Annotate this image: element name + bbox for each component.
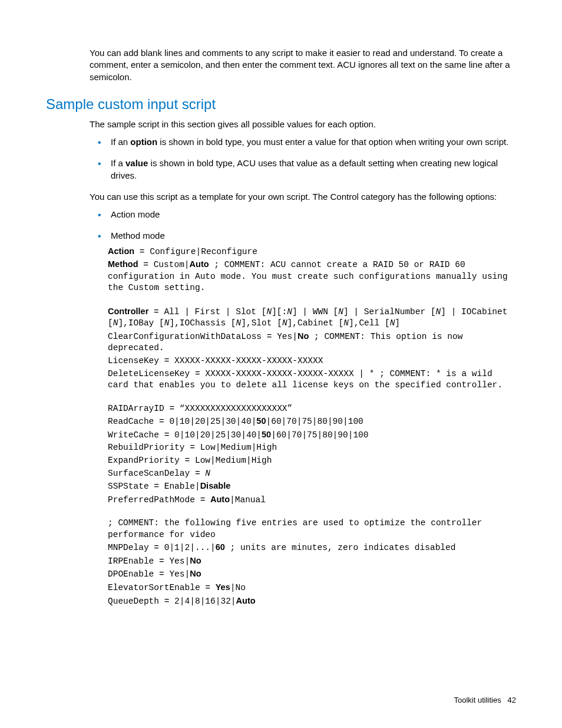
text: ],Cabinet [ (287, 318, 344, 328)
bold-keyword: 50 (256, 416, 266, 426)
code-line: SSPState = Enable|Disable (108, 480, 516, 493)
italic-var: N (205, 469, 210, 478)
bold-keyword: No (190, 569, 201, 578)
text: If an (111, 137, 130, 147)
text: IRPEnable = Yes| (108, 556, 190, 566)
text: ] | WWN [ (292, 307, 338, 317)
italic-var: N (436, 307, 441, 317)
code-line: WriteCache = 0|10|20|25|30|40|50|60|70|7… (108, 429, 516, 442)
italic-var: N (287, 307, 292, 317)
code-line: RAIDArrayID = “XXXXXXXXXXXXXXXXXXXX” (108, 403, 516, 415)
bold-keyword: Auto (190, 259, 209, 269)
italic-var: N (343, 318, 349, 328)
text: |60|70|75|80|90|100 (266, 417, 363, 426)
code-line: DPOEnable = Yes|No (108, 568, 516, 581)
bold-keyword: 50 (262, 430, 271, 439)
bold-keyword: Disable (200, 481, 231, 490)
text: DPOEnable = Yes| (108, 569, 190, 579)
paragraph: You can use this script as a template fo… (90, 191, 516, 203)
bullet-list: Action mode Method mode (90, 209, 516, 242)
bold-keyword: Auto (236, 596, 256, 605)
footer-label: Toolkit utilities (454, 696, 501, 704)
code-line: Method = Custom|Auto ; COMMENT: ACU cann… (108, 259, 516, 294)
code-line: ExpandPriority = Low|Medium|High (108, 455, 516, 467)
text: ElevatorSortEnable = (108, 583, 216, 592)
text: = Configure|Reconfigure (134, 247, 257, 256)
text: MNPDelay = 0|1|2|...| (108, 543, 216, 552)
code-line: SurfaceScanDelay = N (108, 468, 516, 480)
text: ],IOBay [ (118, 318, 164, 328)
text: = Custom| (138, 260, 190, 269)
text: If a (111, 158, 125, 168)
page-footer: Toolkit utilities 42 (454, 696, 516, 704)
text: QueueDepth = 2|4|8|16|32| (108, 597, 236, 606)
code-line: Controller = All | First | Slot [N][:N] … (108, 306, 516, 330)
bold-keyword: Auto (210, 495, 230, 504)
code-line: Action = Configure|Reconfigure (108, 246, 516, 258)
text: ] | SerialNumber [ (343, 307, 436, 317)
italic-var: N (266, 307, 272, 317)
bold-keyword: 60 (216, 542, 225, 552)
text: |No (230, 583, 246, 592)
code-line: ClearConfigurationWithDataLoss = Yes|No … (108, 331, 516, 354)
bold-keyword: Controller (108, 307, 148, 316)
code-line: QueueDepth = 2|4|8|16|32|Auto (108, 595, 516, 608)
list-item: Method mode (111, 230, 516, 242)
text: WriteCache = 0|10|20|25|30|40| (108, 430, 262, 440)
bold-text: option (130, 137, 157, 147)
bold-keyword: Method (108, 259, 138, 269)
text: = All | First | Slot [ (148, 307, 266, 317)
bold-text: value (125, 158, 148, 168)
list-item: Action mode (111, 209, 516, 220)
italic-var: N (338, 307, 343, 317)
text: |60|70|75|80|90|100 (271, 430, 368, 440)
text: is shown in bold type, ACU uses that val… (111, 158, 498, 180)
code-line: LicenseKey = XXXXX-XXXXX-XXXXX-XXXXX-XXX… (108, 355, 516, 367)
text: SurfaceScanDelay = (108, 469, 205, 478)
code-block: Action = Configure|Reconfigure Method = … (108, 246, 516, 608)
intro-paragraph: You can add blank lines and comments to … (90, 47, 516, 83)
code-line: ; COMMENT: the following five entries ar… (108, 518, 516, 541)
code-line: ReadCache = 0|10|20|25|30|40|50|60|70|75… (108, 416, 516, 428)
list-item: If a value is shown in bold type, ACU us… (111, 157, 516, 182)
text: ] (395, 318, 400, 328)
code-line: RebuildPriority = Low|Medium|High (108, 442, 516, 454)
code-line: PreferredPathMode = Auto|Manual (108, 494, 516, 506)
text: SSPState = Enable| (108, 482, 200, 491)
page-number: 42 (508, 696, 516, 704)
text: ; units are minutes, zero indicates disa… (225, 543, 456, 552)
text: ],IOChassis [ (169, 318, 236, 328)
document-page: You can add blank lines and comments to … (0, 0, 562, 728)
text: ReadCache = 0|10|20|25|30|40| (108, 417, 256, 426)
code-line: MNPDelay = 0|1|2|...|60 ; units are minu… (108, 542, 516, 554)
list-item: If an option is shown in bold type, you … (111, 136, 516, 148)
code-line: DeleteLicenseKey = XXXXX-XXXXX-XXXXX-XXX… (108, 368, 516, 391)
bullet-list: If an option is shown in bold type, you … (90, 136, 516, 182)
bold-keyword: No (297, 331, 309, 341)
bold-keyword: No (190, 556, 201, 565)
text: PreferredPathMode = (108, 495, 210, 505)
section-heading: Sample custom input script (46, 96, 516, 113)
italic-var: N (282, 318, 287, 328)
bold-keyword: Action (108, 246, 134, 256)
text: ],Cell [ (349, 318, 390, 328)
code-line: ElevatorSortEnable = Yes|No (108, 582, 516, 594)
text: ClearConfigurationWithDataLoss = Yes| (108, 332, 297, 341)
code-line: IRPEnable = Yes|No (108, 555, 516, 568)
text: ][: (272, 307, 287, 317)
bold-keyword: Yes (216, 582, 230, 592)
paragraph: The sample script in this section gives … (90, 118, 516, 130)
text: is shown in bold type, you must enter a … (157, 137, 508, 147)
text: |Manual (230, 495, 266, 505)
text: ],Slot [ (241, 318, 282, 328)
italic-var: N (236, 318, 242, 328)
